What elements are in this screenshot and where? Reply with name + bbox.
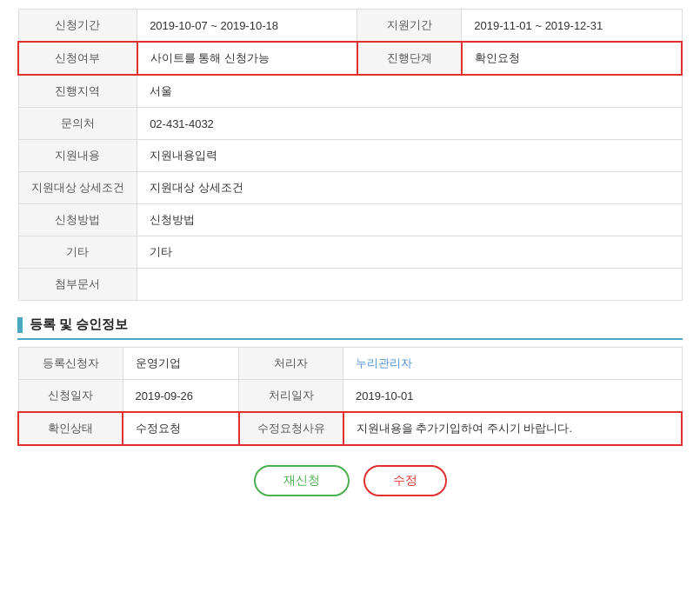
table-row: 첨부문서 — [18, 269, 682, 301]
table-row: 신청기간2019-10-07 ~ 2019-10-18지원기간2019-11-0… — [18, 10, 682, 43]
row-label-2: 지원기간 — [357, 10, 462, 43]
row-label: 확인상태 — [18, 412, 123, 445]
row-label: 등록신청자 — [18, 348, 123, 380]
row-value: 02-431-4032 — [137, 108, 682, 140]
table-row: 신청여부사이트를 통해 신청가능진행단계확인요청 — [18, 42, 682, 75]
section-icon — [17, 317, 23, 333]
table-row: 확인상태수정요청수정요청사유지원내용을 추가기입하여 주시기 바랍니다. — [18, 412, 682, 445]
row-label: 문의처 — [18, 108, 137, 140]
edit-button[interactable]: 수정 — [363, 465, 447, 496]
table-row: 신청일자2019-09-26처리일자2019-10-01 — [18, 380, 682, 413]
section-header: 등록 및 승인정보 — [17, 316, 683, 340]
row-value: 2019-10-07 ~ 2019-10-18 — [137, 10, 357, 43]
section-title: 등록 및 승인정보 — [30, 316, 128, 333]
row-value: 2019-09-26 — [123, 380, 239, 413]
info-table: 신청기간2019-10-07 ~ 2019-10-18지원기간2019-11-0… — [17, 9, 683, 301]
table-row: 진행지역서울 — [18, 75, 682, 108]
row-label: 신청기간 — [18, 10, 137, 43]
row-value: 지원내용입력 — [137, 140, 682, 172]
row-label: 기타 — [18, 236, 137, 269]
table-row: 지원내용지원내용입력 — [18, 140, 682, 172]
row-value — [137, 269, 682, 301]
row-label: 신청방법 — [18, 204, 137, 236]
row-label-2: 처리일자 — [239, 380, 343, 413]
row-label: 지원내용 — [18, 140, 137, 172]
row-value-2: 누리관리자 — [343, 348, 682, 380]
table-row: 등록신청자운영기업처리자누리관리자 — [18, 348, 682, 380]
row-label-2: 처리자 — [239, 348, 343, 380]
table-row: 기타기타 — [18, 236, 682, 269]
row-value: 서울 — [137, 75, 682, 108]
approval-table: 등록신청자운영기업처리자누리관리자신청일자2019-09-26처리일자2019-… — [17, 347, 683, 446]
row-value-2: 확인요청 — [462, 42, 682, 75]
row-value-2: 지원내용을 추가기입하여 주시기 바랍니다. — [343, 412, 682, 445]
row-label: 지원대상 상세조건 — [18, 172, 137, 204]
row-value: 기타 — [137, 236, 682, 269]
row-value: 사이트를 통해 신청가능 — [137, 42, 357, 75]
row-value: 수정요청 — [123, 412, 239, 445]
button-area: 재신청 수정 — [17, 465, 683, 496]
row-value-2: 2019-10-01 — [343, 380, 682, 413]
row-value: 신청방법 — [137, 204, 682, 236]
row-label-2: 수정요청사유 — [239, 412, 343, 445]
row-label-2: 진행단계 — [357, 42, 462, 75]
table-row: 신청방법신청방법 — [18, 204, 682, 236]
table-row: 문의처02-431-4032 — [18, 108, 682, 140]
row-label: 신청일자 — [18, 380, 123, 413]
reapply-button[interactable]: 재신청 — [254, 465, 350, 496]
row-label: 진행지역 — [18, 75, 137, 108]
row-value-2: 2019-11-01 ~ 2019-12-31 — [462, 10, 682, 43]
table-row: 지원대상 상세조건지원대상 상세조건 — [18, 172, 682, 204]
row-label: 신청여부 — [18, 42, 137, 75]
row-value: 지원대상 상세조건 — [137, 172, 682, 204]
row-value: 운영기업 — [123, 348, 239, 380]
page-container: 신청기간2019-10-07 ~ 2019-10-18지원기간2019-11-0… — [0, 0, 700, 522]
row-label: 첨부문서 — [18, 269, 137, 301]
